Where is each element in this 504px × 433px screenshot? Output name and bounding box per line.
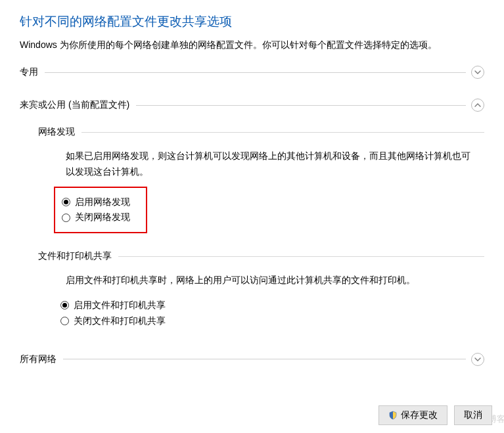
file-printer-title: 文件和打印机共享 <box>38 250 112 262</box>
radio-enable-network-discovery[interactable]: 启用网络发现 <box>62 194 130 210</box>
subsection-network-discovery: 网络发现 如果已启用网络发现，则这台计算机可以发现网络上的其他计算机和设备，而且… <box>38 126 484 233</box>
divider <box>45 72 466 73</box>
radio-label: 启用网络发现 <box>75 194 130 210</box>
radio-label: 关闭文件和打印机共享 <box>74 313 166 329</box>
radio-icon <box>60 301 69 309</box>
subsection-file-printer-sharing: 文件和打印机共享 启用文件和打印机共享时，网络上的用户可以访问通过此计算机共享的… <box>38 250 484 329</box>
chevron-down-icon[interactable] <box>471 353 484 366</box>
divider <box>81 132 484 133</box>
divider <box>118 256 484 257</box>
radio-label: 启用文件和打印机共享 <box>74 298 166 313</box>
section-all-networks-header[interactable]: 所有网络 <box>20 353 484 366</box>
section-guest-body: 网络发现 如果已启用网络发现，则这台计算机可以发现网络上的其他计算机和设备，而且… <box>20 117 484 353</box>
file-printer-description: 启用文件和打印机共享时，网络上的用户可以访问通过此计算机共享的文件和打印机。 <box>38 273 484 288</box>
save-button-label: 保存更改 <box>401 409 438 421</box>
section-all-networks-title: 所有网络 <box>20 353 57 365</box>
network-discovery-title: 网络发现 <box>38 126 75 138</box>
cancel-button-label: 取消 <box>464 409 482 421</box>
radio-enable-file-printer[interactable]: 启用文件和打印机共享 <box>60 298 484 313</box>
section-guest-header[interactable]: 来宾或公用 (当前配置文件) <box>20 99 484 112</box>
divider <box>63 359 466 359</box>
section-private-title: 专用 <box>20 66 38 78</box>
chevron-up-icon[interactable] <box>471 99 484 112</box>
shield-icon <box>388 411 398 420</box>
radio-icon <box>62 198 70 206</box>
save-button[interactable]: 保存更改 <box>378 405 447 425</box>
section-guest-title: 来宾或公用 (当前配置文件) <box>20 99 129 111</box>
cancel-button[interactable]: 取消 <box>454 405 492 425</box>
network-discovery-radio-group: 启用网络发现 关闭网络发现 <box>54 187 147 234</box>
radio-label: 关闭网络发现 <box>75 210 130 225</box>
radio-disable-file-printer[interactable]: 关闭文件和打印机共享 <box>60 313 484 329</box>
page-subtitle: Windows 为你所使用的每个网络创建单独的网络配置文件。你可以针对每个配置文… <box>20 39 484 51</box>
divider <box>136 105 466 106</box>
page-title: 针对不同的网络配置文件更改共享选项 <box>20 13 484 30</box>
chevron-down-icon[interactable] <box>471 66 484 79</box>
radio-icon <box>62 214 70 222</box>
radio-icon <box>60 317 69 325</box>
footer-buttons: 保存更改 取消 <box>378 405 492 425</box>
network-discovery-description: 如果已启用网络发现，则这台计算机可以发现网络上的其他计算机和设备，而且其他网络计… <box>38 148 484 180</box>
section-private-header[interactable]: 专用 <box>20 66 484 79</box>
file-printer-radio-group: 启用文件和打印机共享 关闭文件和打印机共享 <box>38 298 484 329</box>
radio-disable-network-discovery[interactable]: 关闭网络发现 <box>62 210 130 225</box>
